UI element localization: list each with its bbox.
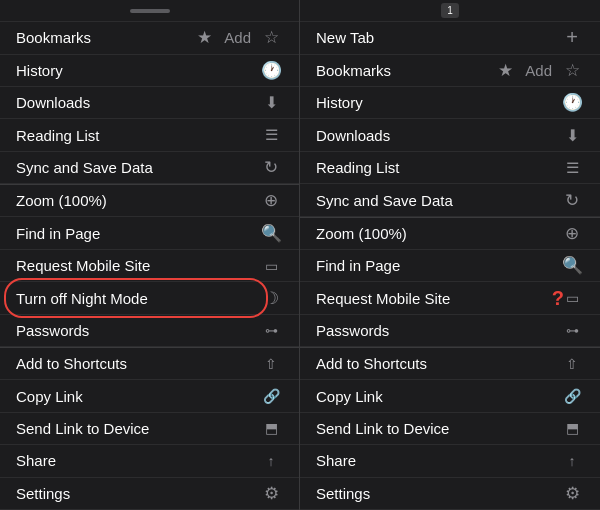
left-night-mode-item[interactable]: Turn off Night Mode ☽ — [0, 282, 299, 314]
right-sync-icon: ↻ — [560, 190, 584, 211]
left-history-icon: 🕐 — [259, 60, 283, 81]
right-downloads-text: Downloads — [316, 127, 560, 144]
left-passwords-text: Passwords — [16, 322, 259, 339]
right-send-link-icon: ⬒ — [560, 420, 584, 436]
left-send-link-icon: ⬒ — [259, 420, 283, 436]
left-sync-icon: ↻ — [259, 157, 283, 178]
right-passwords-icon: ⊶ — [560, 323, 584, 338]
left-copy-link-text: Copy Link — [16, 388, 259, 405]
left-sync-item[interactable]: Sync and Save Data ↻ — [0, 152, 299, 184]
right-shortcuts-text: Add to Shortcuts — [316, 355, 560, 372]
left-bookmarks-text: Bookmarks — [16, 29, 192, 46]
red-question-annotation: ? — [552, 287, 564, 310]
left-bookmarks-row[interactable]: Bookmarks ★ Add ☆ — [0, 22, 299, 54]
left-panel: Bookmarks ★ Add ☆ History 🕐 Downloads ⬇ … — [0, 0, 300, 510]
right-sync-item[interactable]: Sync and Save Data ↻ — [300, 184, 600, 216]
left-downloads-text: Downloads — [16, 94, 259, 111]
nav-tabs: 1 — [441, 3, 459, 18]
right-sync-text: Sync and Save Data — [316, 192, 560, 209]
left-zoom-text: Zoom (100%) — [16, 192, 259, 209]
left-sync-text: Sync and Save Data — [16, 159, 259, 176]
right-history-icon: 🕐 — [560, 92, 584, 113]
right-copy-link-item[interactable]: Copy Link 🔗 — [300, 380, 600, 412]
right-mobile-item[interactable]: Request Mobile Site ? ▭ — [300, 282, 600, 314]
left-reading-list-text: Reading List — [16, 127, 259, 144]
right-reading-list-text: Reading List — [316, 159, 560, 176]
right-new-tab-icon: + — [560, 26, 584, 49]
left-mobile-text: Request Mobile Site — [16, 257, 259, 274]
right-history-item[interactable]: History 🕐 — [300, 87, 600, 119]
right-send-link-item[interactable]: Send Link to Device ⬒ — [300, 413, 600, 445]
left-passwords-item[interactable]: Passwords ⊶ — [0, 315, 299, 347]
bookmarks-actions: ★ Add ☆ — [192, 27, 283, 48]
left-mobile-icon: ▭ — [259, 258, 283, 274]
bookmarks-outline-icon[interactable]: ☆ — [259, 27, 283, 48]
right-settings-text: Settings — [316, 485, 560, 502]
right-bookmarks-row[interactable]: Bookmarks ★ Add ☆ — [300, 55, 600, 87]
right-add-label[interactable]: Add — [525, 62, 552, 79]
left-zoom-icon: ⊕ — [259, 190, 283, 211]
right-find-icon: 🔍 — [560, 255, 584, 276]
handle-indicator — [130, 9, 170, 13]
left-night-mode-icon: ☽ — [259, 288, 283, 309]
right-find-text: Find in Page — [316, 257, 560, 274]
right-zoom-item[interactable]: Zoom (100%) ⊕ — [300, 217, 600, 249]
left-copy-link-icon: 🔗 — [259, 388, 283, 404]
right-zoom-text: Zoom (100%) — [316, 225, 560, 242]
left-settings-item[interactable]: Settings ⚙ — [0, 478, 299, 510]
left-history-item[interactable]: History 🕐 — [0, 55, 299, 87]
right-copy-link-text: Copy Link — [316, 388, 560, 405]
right-share-item[interactable]: Share ↑ — [300, 445, 600, 477]
right-zoom-icon: ⊕ — [560, 223, 584, 244]
left-shortcuts-item[interactable]: Add to Shortcuts ⇧ — [0, 348, 299, 380]
left-send-link-text: Send Link to Device — [16, 420, 259, 437]
left-share-text: Share — [16, 452, 259, 469]
left-share-icon: ↑ — [259, 453, 283, 469]
left-reading-list-item[interactable]: Reading List ☰ — [0, 119, 299, 151]
right-bookmarks-text: Bookmarks — [316, 62, 493, 79]
right-history-text: History — [316, 94, 560, 111]
left-zoom-item[interactable]: Zoom (100%) ⊕ — [0, 185, 299, 217]
left-night-mode-text: Turn off Night Mode — [16, 290, 259, 307]
right-find-item[interactable]: Find in Page 🔍 — [300, 250, 600, 282]
left-shortcuts-icon: ⇧ — [259, 356, 283, 372]
left-settings-icon: ⚙ — [259, 483, 283, 504]
right-downloads-item[interactable]: Downloads ⬇ — [300, 119, 600, 151]
left-passwords-icon: ⊶ — [259, 323, 283, 338]
left-find-item[interactable]: Find in Page 🔍 — [0, 217, 299, 249]
left-send-link-item[interactable]: Send Link to Device ⬒ — [0, 413, 299, 445]
right-bookmarks-outline-icon[interactable]: ☆ — [560, 60, 584, 81]
left-find-icon: 🔍 — [259, 223, 283, 244]
tab-indicator[interactable]: 1 — [441, 3, 459, 18]
right-share-icon: ↑ — [560, 453, 584, 469]
right-reading-list-icon: ☰ — [560, 159, 584, 177]
left-downloads-icon: ⬇ — [259, 93, 283, 112]
right-share-text: Share — [316, 452, 560, 469]
right-copy-link-icon: 🔗 — [560, 388, 584, 404]
left-shortcuts-text: Add to Shortcuts — [16, 355, 259, 372]
left-downloads-item[interactable]: Downloads ⬇ — [0, 87, 299, 119]
right-mobile-text: Request Mobile Site — [316, 290, 560, 307]
left-copy-link-item[interactable]: Copy Link 🔗 — [0, 380, 299, 412]
right-settings-item[interactable]: Settings ⚙ — [300, 478, 600, 510]
right-downloads-icon: ⬇ — [560, 126, 584, 145]
right-topbar: 1 — [300, 0, 600, 22]
right-shortcuts-icon: ⇧ — [560, 356, 584, 372]
left-share-item[interactable]: Share ↑ — [0, 445, 299, 477]
left-find-text: Find in Page — [16, 225, 259, 242]
right-new-tab-item[interactable]: New Tab + — [300, 22, 600, 54]
right-bookmarks-star-icon[interactable]: ★ — [493, 60, 517, 81]
left-reading-list-icon: ☰ — [259, 126, 283, 144]
right-reading-list-item[interactable]: Reading List ☰ — [300, 152, 600, 184]
right-send-link-text: Send Link to Device — [316, 420, 560, 437]
right-new-tab-text: New Tab — [316, 29, 560, 46]
left-settings-text: Settings — [16, 485, 259, 502]
left-topbar — [0, 0, 299, 22]
bookmarks-star-icon[interactable]: ★ — [192, 27, 216, 48]
add-label[interactable]: Add — [224, 29, 251, 46]
left-mobile-item[interactable]: Request Mobile Site ▭ — [0, 250, 299, 282]
right-panel: 1 New Tab + Bookmarks ★ Add ☆ History 🕐 … — [300, 0, 600, 510]
right-shortcuts-item[interactable]: Add to Shortcuts ⇧ — [300, 348, 600, 380]
right-passwords-item[interactable]: Passwords ⊶ — [300, 315, 600, 347]
right-settings-icon: ⚙ — [560, 483, 584, 504]
